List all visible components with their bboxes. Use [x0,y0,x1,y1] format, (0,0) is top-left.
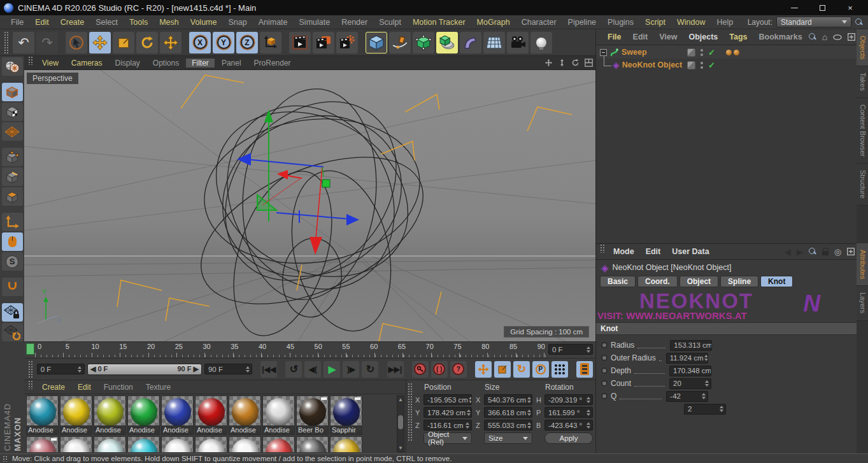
viewport-canvas[interactable]: Y Z Perspective Grid Spacing : 100 cm [24,70,595,341]
add-light-button[interactable] [530,32,552,53]
make-editable-button[interactable] [2,57,23,76]
keyframe-circle[interactable] [601,355,608,361]
tree-row-neoknot[interactable]: ◈ NeoKnot Object ✓ [596,59,857,71]
object-tags[interactable] [726,50,739,55]
vp-menu-filter[interactable]: Filter [186,59,215,68]
transport-grip[interactable] [28,360,33,378]
outer-radius-field[interactable]: 11.924 cm [666,353,708,364]
move-tool[interactable] [89,32,111,53]
range-start-field[interactable]: 0 F [37,364,85,374]
edges-mode-button[interactable] [2,167,23,186]
coordinate-mode-dropdown[interactable]: Object (Rel) [423,432,472,444]
play-forwards-button[interactable]: ▶ [324,361,340,378]
workplane-mode-button[interactable] [2,122,23,141]
autokey-button[interactable]: ( ) [431,361,448,378]
mat-menu-create[interactable]: Create [36,383,71,392]
rotate-tool[interactable] [136,32,158,53]
radius-field[interactable]: 153.313 cm [670,340,712,351]
material-tile[interactable]: Anodise [26,395,59,435]
add-panel-icon[interactable] [848,33,855,41]
enabled-check-icon[interactable]: ✓ [708,48,715,57]
menu-mograph[interactable]: MoGraph [471,18,516,27]
q2-field[interactable]: 2 [684,404,726,415]
vp-menu-prorender[interactable]: ProRender [248,59,297,68]
add-spline-pen-button[interactable] [389,32,411,53]
vp-menu-view[interactable]: View [36,59,64,68]
material-tile[interactable] [60,436,92,452]
scale-tool[interactable] [113,32,134,53]
tree-row-sweep[interactable]: Sweep ✓ [596,46,857,59]
menu-sculpt[interactable]: Sculpt [373,18,407,27]
search-icon[interactable] [809,33,816,41]
keyframe-selection-button[interactable]: ? [450,361,467,378]
home-icon[interactable]: ⌂ [822,32,827,42]
material-tile[interactable]: Sapphir [330,395,362,435]
layer-chip[interactable] [687,61,695,69]
vp-menu-cameras[interactable]: Cameras [66,59,108,68]
q-field[interactable]: -42 [666,391,708,402]
reset-workplane-button[interactable] [2,323,23,341]
om-menu-objects[interactable]: Objects [683,32,723,41]
material-tile[interactable]: Anodise [60,395,92,435]
frame-stepper[interactable] [585,346,591,353]
side-tab-layers[interactable]: Layers [857,286,868,320]
om-menu-tags[interactable]: Tags [724,32,752,41]
material-tile[interactable]: Beer Bo [296,395,329,435]
material-tile[interactable]: Anodise [195,395,227,435]
menu-pipeline[interactable]: Pipeline [562,18,602,27]
mat-menu-edit[interactable]: Edit [72,383,97,392]
attribute-grip[interactable] [600,244,606,253]
layer-chip[interactable] [687,48,695,57]
track-target-icon[interactable]: ◎ [834,247,841,257]
enable-axis-button[interactable] [2,213,23,231]
eye-icon[interactable] [833,34,842,40]
menu-file[interactable]: File [5,18,29,27]
om-menu-edit[interactable]: Edit [628,32,653,41]
add-camera-button[interactable] [507,32,529,53]
material-tile[interactable]: Anodise [127,395,160,435]
key-rotation-toggle[interactable]: ↻ [513,361,530,378]
goto-end-button[interactable]: ▶▶| [387,361,404,378]
material-tile[interactable]: Anodise [229,395,261,435]
lock-icon[interactable] [822,251,829,255]
om-menu-bookmarks[interactable]: Bookmarks [754,32,808,41]
add-floor-button[interactable] [483,32,505,53]
keyframe-circle[interactable] [601,367,608,374]
key-position-toggle[interactable] [475,361,492,378]
rotation-b-field[interactable]: -423.643 ° [544,420,593,431]
key-scale-toggle[interactable] [494,361,511,378]
rotation-p-field[interactable]: 161.599 ° [544,407,593,418]
camera-view-label[interactable]: Perspective [27,73,78,84]
add-deformer-button[interactable] [460,32,481,53]
vp-menu-options[interactable]: Options [147,59,185,68]
am-menu-userdata[interactable]: User Data [667,247,714,256]
menu-volume[interactable]: Volume [185,18,223,27]
rotate-view-icon[interactable] [571,59,580,67]
scroll-down-icon[interactable]: ▼ [397,445,404,451]
material-tile[interactable]: Anodise [262,395,295,435]
add-cube-object-button[interactable] [366,32,387,53]
count-field[interactable]: 20 [669,378,711,389]
menu-edit[interactable]: Edit [29,18,55,27]
maximize-button[interactable] [808,0,836,15]
position-y-field[interactable]: 178.429 cm [423,407,472,418]
live-selection-tool[interactable] [66,32,87,53]
next-key-button[interactable]: )▶ [343,361,359,378]
side-tab-structure[interactable]: Structure [857,164,868,206]
minimize-button[interactable] [780,0,808,15]
size-x-field[interactable]: 540.376 cm [484,394,532,405]
material-tile[interactable] [262,436,295,452]
size-mode-dropdown[interactable]: Size [484,432,532,444]
position-x-field[interactable]: -195.953 cm [423,394,472,405]
current-frame-field[interactable]: 0 F [548,344,593,355]
knot-section-header[interactable]: Knot [596,322,857,335]
tweak-mode-button[interactable] [2,232,23,251]
om-menu-file[interactable]: File [602,32,627,41]
timeline-playhead[interactable] [26,343,34,355]
menu-script[interactable]: Script [639,18,671,27]
side-tab-content-browser[interactable]: Content Browser [857,98,868,164]
lock-workplane-button[interactable] [2,303,23,322]
menu-snap[interactable]: Snap [222,18,252,27]
size-y-field[interactable]: 366.618 cm [484,407,532,418]
last-used-tool[interactable] [160,32,181,53]
